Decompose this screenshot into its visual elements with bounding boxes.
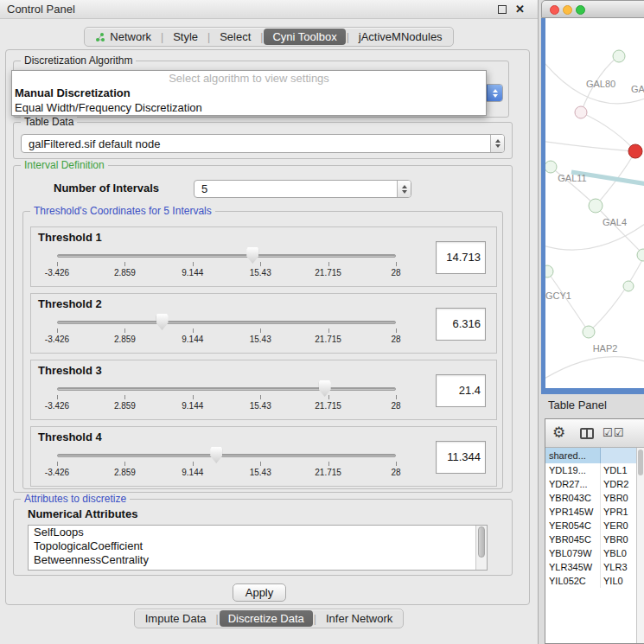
slider-tick [328, 262, 329, 266]
network-icon [95, 32, 105, 42]
network-node-red[interactable] [628, 144, 642, 158]
bottom-tab-discretize-data[interactable]: Discretize Data [220, 610, 313, 627]
float-window-icon[interactable] [498, 5, 507, 14]
slider-track[interactable] [57, 254, 396, 258]
table-row[interactable]: YBL079WYBL0 [545, 546, 636, 560]
table-vertical-scrollbar[interactable] [636, 448, 644, 643]
tab-label: Impute Data [145, 610, 207, 627]
column-header-shared-name[interactable]: shared... [545, 448, 601, 463]
column-checkbox-icons[interactable]: ☑☑ [603, 426, 624, 439]
network-edge [589, 257, 644, 332]
table-row[interactable]: YLR345WYLR3 [545, 560, 636, 574]
cell-shared-name: YIL052C [545, 574, 601, 588]
tab-network[interactable]: Network [86, 29, 160, 45]
slider-tick [328, 462, 329, 466]
table-columns-icon[interactable] [580, 428, 594, 439]
scrollbar-thumb[interactable] [638, 450, 643, 475]
network-node[interactable] [545, 265, 553, 277]
threshold-3-value-field[interactable]: 21.4 [436, 374, 486, 407]
dropdown-option-equal-width-frequency[interactable]: Equal Width/Frequency Discretization [12, 100, 486, 115]
interval-definition-group-title: Interval Definition [21, 159, 108, 171]
threshold-4-label: Threshold 4 [38, 430, 102, 443]
slider-tick-label: -3.426 [45, 268, 69, 277]
dropdown-placeholder-option[interactable]: Select algorithm to view settings [12, 71, 486, 86]
threshold-3-label: Threshold 3 [38, 364, 102, 377]
tab-style[interactable]: Style [164, 29, 207, 45]
slider-tick [124, 328, 125, 333]
threshold-2-label: Threshold 2 [38, 297, 102, 310]
attribute-list-item[interactable]: BetweennessCentrality [29, 553, 487, 567]
slider-tick [396, 328, 397, 333]
number-of-intervals-combobox[interactable]: 5 [194, 180, 411, 198]
tab-cyni-toolbox[interactable]: Cyni Toolbox [264, 29, 345, 45]
list-vertical-scrollbar[interactable] [475, 526, 487, 570]
slider-tick [260, 262, 261, 266]
bottom-tabbar-wrap: Impute Data|Discretize Data|Infer Networ… [0, 609, 538, 628]
apply-button[interactable]: Apply [233, 583, 286, 602]
table-data-combobox[interactable]: galFiltered.sif default node [21, 134, 505, 153]
slider-tick-label: 28 [391, 268, 400, 277]
tab-separator: | [215, 613, 220, 625]
combobox-stepper-icon[interactable] [487, 85, 502, 101]
slider-track[interactable] [57, 387, 396, 391]
table-row[interactable]: YER054CYER0 [545, 519, 636, 532]
zoom-traffic-light-icon[interactable] [576, 5, 585, 15]
network-node-pink[interactable] [575, 106, 587, 118]
attribute-list-item[interactable]: SelfLoops [29, 526, 487, 539]
network-node[interactable] [637, 249, 644, 261]
numerical-attributes-list[interactable]: SelfLoopsTopologicalCoefficientBetweenne… [28, 525, 488, 571]
network-node[interactable] [589, 199, 603, 213]
slider-track[interactable] [57, 454, 396, 457]
threshold-1-value-field[interactable]: 14.713 [436, 241, 486, 274]
tab-label: Network [110, 29, 151, 45]
combobox-stepper-icon[interactable] [397, 181, 411, 197]
network-edge [545, 357, 644, 381]
bottom-tab-infer-network[interactable]: Infer Network [317, 610, 401, 627]
close-traffic-light-icon[interactable] [550, 5, 559, 15]
control-panel-titlebar[interactable]: Control Panel ✕ [0, 0, 538, 19]
cell-name: YBL0 [601, 546, 636, 560]
scrollbar-thumb[interactable] [478, 526, 485, 558]
slider-thumb[interactable] [246, 247, 258, 264]
column-header-name[interactable] [601, 448, 636, 463]
table-row[interactable]: YDR27...YDR2 [545, 477, 636, 491]
network-node[interactable] [583, 326, 595, 338]
tab-select[interactable]: Select [211, 29, 259, 45]
threshold-2-value-field[interactable]: 6.316 [436, 308, 486, 341]
threshold-2-slider[interactable]: -3.4262.8599.14415.4321.71528 [57, 313, 396, 351]
attribute-list-item[interactable]: TopologicalCoefficient [29, 539, 487, 553]
network-node[interactable] [623, 281, 634, 291]
table-panel-window: ⚙ ☑☑ shared... YDL19...YDL1YDR27...YDR2Y… [545, 418, 644, 644]
tab-jactivemnodules[interactable]: jActiveMNodules [350, 29, 451, 45]
threshold-3-slider[interactable]: -3.4262.8599.14415.4321.71528 [57, 379, 396, 418]
table-data-combobox-value: galFiltered.sif default node [29, 135, 160, 152]
slider-tick-label: 21.715 [315, 335, 341, 344]
table-row[interactable]: YBR043CYBR0 [545, 491, 636, 505]
close-icon[interactable]: ✕ [515, 3, 525, 16]
network-view-window: GAL80GALGAL11GAL4GCY1HAP2 [541, 0, 644, 394]
gear-icon[interactable]: ⚙ [552, 424, 565, 442]
network-node[interactable] [545, 161, 557, 173]
combobox-stepper-icon[interactable] [490, 135, 504, 152]
network-canvas[interactable]: GAL80GALGAL11GAL4GCY1HAP2 [541, 18, 644, 394]
table-row[interactable]: YIL052CYIL0 [545, 574, 636, 588]
slider-tick-label: -3.426 [45, 468, 69, 477]
table-row[interactable]: YPR145WYPR1 [545, 505, 636, 519]
slider-thumb[interactable] [210, 447, 222, 463]
threshold-4-value-field[interactable]: 11.344 [436, 441, 486, 474]
threshold-1-slider[interactable]: -3.4262.8599.14415.4321.71528 [57, 246, 396, 284]
threshold-4-slider[interactable]: -3.4262.8599.14415.4321.71528 [57, 446, 396, 484]
tab-label: Cyni Toolbox [272, 29, 336, 45]
dropdown-option-manual-discretization[interactable]: Manual Discretization [12, 86, 486, 100]
network-window-titlebar[interactable] [541, 0, 644, 18]
slider-track[interactable] [57, 321, 396, 324]
network-node[interactable] [613, 50, 625, 62]
table-row[interactable]: YBR045CYBR0 [545, 532, 636, 546]
slider-thumb[interactable] [156, 314, 169, 330]
slider-tick [260, 395, 261, 399]
minimize-traffic-light-icon[interactable] [563, 5, 572, 15]
bottom-tab-impute-data[interactable]: Impute Data [137, 610, 215, 627]
cell-name: YPR1 [601, 505, 636, 519]
table-row[interactable]: YDL19...YDL1 [545, 463, 636, 477]
tab-label: Discretize Data [228, 610, 304, 627]
